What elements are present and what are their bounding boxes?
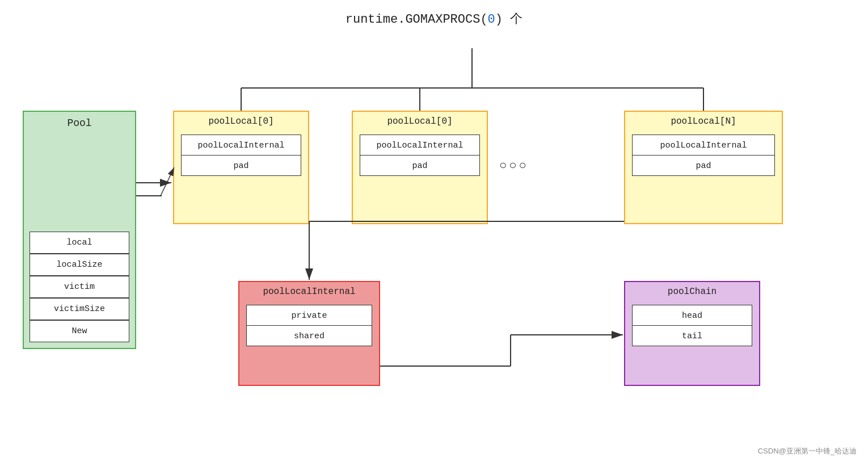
- dots-label: ○○○: [499, 159, 529, 173]
- pool-local-n-inner-title: poolLocalInternal: [633, 135, 774, 156]
- pool-field-new: New: [30, 320, 129, 342]
- pool-title: Pool: [24, 112, 135, 133]
- title-number: 0: [488, 12, 495, 27]
- pool-local-1-title: poolLocal[0]: [353, 112, 487, 130]
- pool-local-box-1: poolLocal[0] poolLocalInternal pad: [352, 111, 488, 224]
- pool-local-internal-inner: private shared: [246, 305, 372, 346]
- diagram-container: runtime.GOMAXPROCS(0) 个 Pool local local…: [0, 0, 868, 462]
- pool-local-n-title: poolLocal[N]: [625, 112, 782, 130]
- pool-local-0-inner-title: poolLocalInternal: [182, 135, 301, 156]
- pool-box: Pool local localSize victim victimSize N…: [23, 111, 136, 349]
- pool-local-n-inner: poolLocalInternal pad: [632, 135, 775, 176]
- pool-field-victimsize: victimSize: [30, 298, 129, 320]
- watermark: CSDN@亚洲第一中锋_哈达迪: [758, 446, 857, 456]
- pool-local-internal-box: poolLocalInternal private shared: [238, 281, 380, 386]
- pool-fields: local localSize victim victimSize New: [30, 232, 129, 342]
- pool-local-internal-title: poolLocalInternal: [239, 282, 379, 300]
- pool-chain-box: poolChain head tail: [624, 281, 760, 386]
- pool-local-0-pad: pad: [182, 156, 301, 175]
- pool-local-box-n: poolLocal[N] poolLocalInternal pad: [624, 111, 783, 224]
- pool-local-0-inner: poolLocalInternal pad: [181, 135, 301, 176]
- svg-line-7: [161, 167, 174, 196]
- pool-local-internal-private: private: [247, 305, 372, 326]
- pool-local-internal-shared: shared: [247, 326, 372, 346]
- pool-local-0-title: poolLocal[0]: [174, 112, 308, 130]
- title-prefix: runtime.GOMAXPROCS(: [345, 12, 488, 27]
- pool-field-local: local: [30, 232, 129, 254]
- pool-local-1-inner-title: poolLocalInternal: [360, 135, 479, 156]
- pool-local-n-pad: pad: [633, 156, 774, 175]
- pool-field-localsize: localSize: [30, 254, 129, 276]
- pool-chain-title: poolChain: [625, 282, 759, 300]
- title-suffix: ) 个: [495, 12, 523, 27]
- pool-field-victim: victim: [30, 276, 129, 298]
- pool-chain-inner: head tail: [632, 305, 752, 346]
- pool-chain-tail: tail: [633, 326, 752, 346]
- pool-local-1-inner: poolLocalInternal pad: [360, 135, 480, 176]
- pool-local-box-0: poolLocal[0] poolLocalInternal pad: [173, 111, 309, 224]
- pool-chain-head: head: [633, 305, 752, 326]
- pool-local-1-pad: pad: [360, 156, 479, 175]
- diagram-title: runtime.GOMAXPROCS(0) 个: [0, 10, 868, 27]
